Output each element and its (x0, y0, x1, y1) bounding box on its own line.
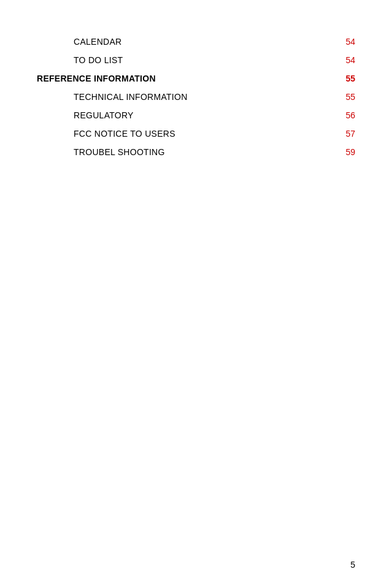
toc-row-calendar: CALENDAR 54 (37, 37, 355, 47)
toc-label-regulatory: REGULATORY (74, 110, 134, 120)
toc-page-calendar: 54 (337, 37, 355, 47)
toc-label-reference-information: REFERENCE INFORMATION (37, 74, 156, 83)
toc-row-reference-information: REFERENCE INFORMATION 55 (37, 74, 355, 83)
toc-label-troubleshooting: TROUBEL SHOOTING (74, 147, 165, 157)
toc-page-technical-information: 55 (337, 92, 355, 102)
toc-row-regulatory: REGULATORY 56 (37, 110, 355, 120)
page-container: CALENDAR 54 TO DO LIST 54 REFERENCE INFO… (0, 0, 392, 588)
toc-label-technical-information: TECHNICAL INFORMATION (74, 92, 188, 102)
toc-page-reference-information: 55 (337, 74, 355, 83)
toc-row-fcc-notice: FCC NOTICE TO USERS 57 (37, 129, 355, 139)
toc-page-regulatory: 56 (337, 110, 355, 120)
toc-row-troubleshooting: TROUBEL SHOOTING 59 (37, 147, 355, 157)
page-number: 5 (350, 560, 355, 570)
toc-row-technical-information: TECHNICAL INFORMATION 55 (37, 92, 355, 102)
toc-label-calendar: CALENDAR (74, 37, 121, 47)
toc-page-fcc-notice: 57 (337, 129, 355, 139)
toc-page-todo: 54 (337, 55, 355, 65)
toc-row-todo: TO DO LIST 54 (37, 55, 355, 65)
toc-page-troubleshooting: 59 (337, 147, 355, 157)
toc-label-fcc-notice: FCC NOTICE TO USERS (74, 129, 175, 139)
toc-label-todo: TO DO LIST (74, 55, 123, 65)
